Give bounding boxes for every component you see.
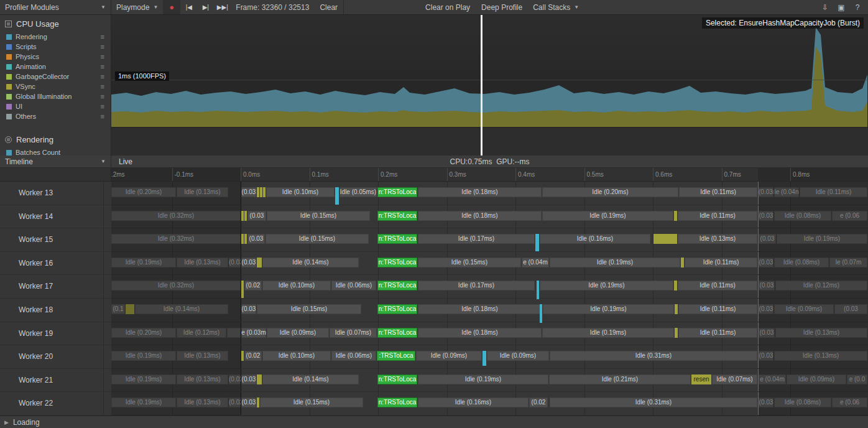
marker-segment[interactable] bbox=[257, 374, 262, 384]
loading-foldout[interactable]: ▶ Loading bbox=[0, 416, 868, 428]
marker-segment[interactable] bbox=[244, 234, 247, 244]
drag-handle-icon[interactable]: ≡ bbox=[101, 63, 104, 70]
idle-segment[interactable]: Idle (0.06ms) bbox=[331, 281, 376, 291]
idle-segment[interactable]: Idle (0.11ms) bbox=[678, 281, 757, 291]
idle-segment[interactable]: (0.02 bbox=[529, 398, 548, 407]
thread-name[interactable]: Worker 14 bbox=[19, 212, 53, 221]
idle-segment[interactable]: e (0.04m bbox=[759, 374, 786, 384]
marker-segment[interactable] bbox=[241, 281, 244, 298]
legend-item-global-illumination[interactable]: Global Illumination≡ bbox=[0, 91, 111, 101]
idle-segment[interactable]: (0.03 bbox=[229, 258, 241, 268]
idle-segment[interactable]: (0.03 bbox=[759, 351, 773, 361]
idle-segment[interactable]: Idle (0.19ms) bbox=[540, 281, 673, 291]
idle-segment[interactable]: Idle (0.13ms) bbox=[177, 351, 228, 361]
marker-segment[interactable] bbox=[244, 211, 247, 221]
idle-segment[interactable]: Idle (0.19ms) bbox=[111, 374, 176, 384]
job-segment[interactable]: n:TRSToLoca bbox=[377, 374, 417, 384]
drag-handle-icon[interactable]: ≡ bbox=[101, 103, 104, 110]
idle-segment[interactable]: (0.02 bbox=[229, 398, 241, 407]
drag-handle-icon[interactable]: ≡ bbox=[101, 53, 104, 60]
playmode-dropdown[interactable]: Playmode ▼ bbox=[111, 0, 163, 14]
idle-segment[interactable]: (0.03 bbox=[759, 234, 776, 244]
idle-segment[interactable]: Idle (0.07ms) bbox=[330, 328, 377, 338]
legend-item-others[interactable]: Others≡ bbox=[0, 111, 111, 121]
idle-segment[interactable]: (0.03 bbox=[241, 258, 256, 268]
idle-segment[interactable]: Idle (0.08ms) bbox=[774, 398, 831, 407]
idle-segment[interactable]: (0.02 bbox=[244, 351, 262, 361]
current-frame-button[interactable]: ▶▶| bbox=[214, 0, 231, 14]
idle-segment[interactable]: e (0.04m bbox=[522, 258, 549, 268]
job-segment[interactable]: n:TRSToLoca bbox=[377, 258, 417, 268]
drag-handle-icon[interactable]: ≡ bbox=[101, 93, 104, 100]
drag-handle-icon[interactable]: ≡ bbox=[101, 43, 104, 50]
idle-segment[interactable]: Idle (0.32ms) bbox=[111, 281, 241, 291]
job-segment[interactable]: :TRSToLoca bbox=[377, 351, 415, 361]
idle-segment[interactable]: Idle (0.18ms) bbox=[418, 328, 542, 338]
idle-segment[interactable]: Idle (0.19ms) bbox=[550, 258, 680, 268]
idle-segment[interactable]: (0.03 bbox=[247, 234, 265, 244]
idle-segment[interactable]: Idle (0.07ms) bbox=[712, 374, 757, 384]
idle-segment[interactable]: Idle (0.10ms) bbox=[266, 187, 335, 197]
cpu-usage-chart[interactable]: 1ms (1000FPS) Selected: EnsureHashMapCap… bbox=[111, 15, 868, 127]
thread-name[interactable]: Worker 13 bbox=[19, 188, 53, 197]
idle-segment[interactable]: Idle (0.19ms) bbox=[111, 351, 176, 361]
job-segment[interactable]: n:TRSToLoca bbox=[377, 187, 417, 197]
idle-segment[interactable]: Idle (0.19ms) bbox=[542, 328, 674, 338]
idle-segment[interactable]: Idle (0.20ms) bbox=[111, 328, 176, 338]
thread-name[interactable]: Worker 21 bbox=[19, 376, 53, 384]
thread-name[interactable]: Worker 20 bbox=[19, 352, 53, 361]
idle-segment[interactable]: Idle (0.11ms) bbox=[678, 211, 757, 221]
idle-segment[interactable]: Idle (0.08ms) bbox=[774, 211, 831, 221]
thread-name[interactable]: Worker 22 bbox=[19, 399, 53, 407]
drag-handle-icon[interactable]: ≡ bbox=[101, 83, 104, 90]
live-toggle[interactable]: Live bbox=[115, 157, 136, 166]
idle-segment[interactable]: Idle (0.17ms) bbox=[418, 281, 535, 291]
idle-segment[interactable]: Idle (0.15ms) bbox=[418, 258, 521, 268]
idle-segment[interactable]: Idle (0.19ms) bbox=[542, 211, 673, 221]
idle-segment[interactable]: (0.03 bbox=[241, 304, 256, 314]
idle-segment[interactable]: le (0.04n bbox=[774, 187, 799, 197]
marker-segment[interactable] bbox=[257, 258, 262, 268]
idle-segment[interactable]: Idle (0.14ms) bbox=[135, 304, 228, 314]
idle-segment[interactable]: Idle (0.06ms) bbox=[331, 351, 376, 361]
clear-button[interactable]: Clear bbox=[314, 0, 343, 14]
idle-segment[interactable]: Idle (0.09ms) bbox=[787, 374, 846, 384]
idle-segment[interactable]: Idle (0.32ms) bbox=[111, 234, 241, 244]
idle-segment[interactable]: Idle (0.31ms) bbox=[550, 398, 757, 407]
idle-segment[interactable]: Idle (0.10ms) bbox=[262, 351, 331, 361]
idle-segment[interactable]: Idle (0.20ms) bbox=[542, 187, 678, 197]
idle-segment[interactable]: Idle (0.14ms) bbox=[262, 258, 359, 268]
idle-segment[interactable]: Idle (0.05ms) bbox=[339, 187, 377, 197]
thread-name[interactable]: Worker 15 bbox=[19, 235, 53, 244]
marker-segment[interactable] bbox=[241, 211, 244, 221]
idle-segment[interactable]: Idle (0.20ms) bbox=[111, 187, 176, 197]
flow-event-segment[interactable] bbox=[537, 281, 539, 299]
next-frame-button[interactable]: ▶| bbox=[197, 0, 214, 14]
idle-segment[interactable]: (0.03 bbox=[759, 211, 773, 221]
idle-segment[interactable]: Idle (0.11ms) bbox=[678, 304, 757, 314]
idle-segment[interactable]: Idle (0.13ms) bbox=[177, 374, 228, 384]
marker-segment[interactable] bbox=[241, 351, 244, 361]
idle-segment[interactable]: (0.03 bbox=[759, 398, 773, 407]
idle-segment[interactable]: Idle (0.09ms) bbox=[416, 351, 482, 361]
load-profile-button[interactable]: ⇩ bbox=[817, 0, 833, 14]
idle-segment[interactable]: (0.03 bbox=[241, 398, 256, 407]
idle-segment[interactable]: Idle (0.10ms) bbox=[262, 281, 331, 291]
idle-segment[interactable]: Idle (0.21ms) bbox=[549, 374, 691, 384]
save-profile-button[interactable]: ▣ bbox=[833, 0, 849, 14]
idle-segment[interactable]: Idle (0.13ms) bbox=[177, 258, 228, 268]
drag-handle-icon[interactable]: ≡ bbox=[101, 113, 104, 120]
idle-segment[interactable]: Idle (0.15ms) bbox=[265, 234, 369, 244]
idle-segment[interactable]: e (0.06 bbox=[832, 211, 867, 221]
legend-item-scripts[interactable]: Scripts≡ bbox=[0, 42, 111, 52]
marker-segment[interactable] bbox=[675, 304, 678, 314]
idle-segment[interactable]: Idle (0.32ms) bbox=[111, 211, 241, 221]
thread-name[interactable]: Worker 19 bbox=[19, 329, 53, 338]
marker-segment[interactable] bbox=[674, 281, 677, 291]
idle-segment[interactable]: Idle (0.14ms) bbox=[262, 374, 359, 384]
legend-item-physics[interactable]: Physics≡ bbox=[0, 52, 111, 62]
idle-segment[interactable]: Idle (0.15ms) bbox=[260, 398, 363, 407]
idle-segment[interactable]: (0.02 bbox=[229, 374, 241, 384]
legend-item-rendering[interactable]: Rendering≡ bbox=[0, 32, 111, 42]
marker-segment[interactable] bbox=[257, 187, 259, 197]
